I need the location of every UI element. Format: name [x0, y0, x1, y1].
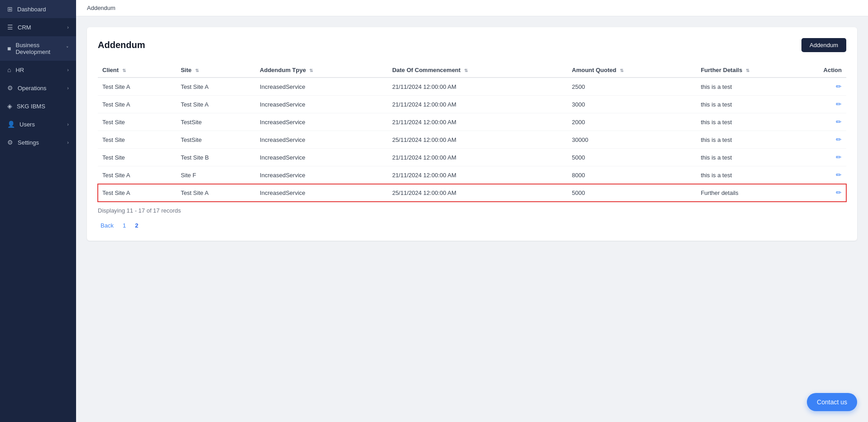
- cell-addendum-type: IncreasedService: [255, 113, 388, 131]
- edit-icon[interactable]: ✏: [836, 153, 842, 161]
- business-dev-icon: ■: [7, 45, 11, 52]
- table-body: Test Site A Test Site A IncreasedService…: [98, 78, 846, 202]
- card-header: Addendum Addendum: [98, 38, 846, 52]
- edit-icon[interactable]: ✏: [836, 171, 842, 179]
- cell-addendum-type: IncreasedService: [255, 96, 388, 113]
- cell-site: Test Site A: [176, 78, 255, 96]
- table-row: Test Site A Test Site A IncreasedService…: [98, 78, 846, 96]
- cell-action: ✏: [819, 78, 846, 96]
- sidebar-item-skg-ibms[interactable]: ◈ SKG IBMS: [0, 97, 76, 115]
- main-content: Addendum Addendum Addendum Client ⇅ Site: [76, 0, 868, 422]
- cell-date: 21/11/2024 12:00:00 AM: [388, 149, 567, 166]
- cell-amount: 30000: [567, 131, 696, 149]
- cell-amount: 2000: [567, 113, 696, 131]
- sidebar-item-label: Operations: [18, 85, 47, 92]
- cell-addendum-type: IncreasedService: [255, 166, 388, 184]
- sidebar-item-label: Users: [19, 121, 35, 128]
- pagination-page-2[interactable]: 2: [132, 221, 141, 230]
- cell-client: Test Site: [98, 113, 176, 131]
- table-header: Client ⇅ Site ⇅ Addendum Tpye ⇅ Date O: [98, 63, 846, 78]
- cell-site: TestSite: [176, 113, 255, 131]
- edit-icon[interactable]: ✏: [836, 100, 842, 108]
- col-site: Site ⇅: [176, 63, 255, 78]
- edit-icon[interactable]: ✏: [836, 189, 842, 196]
- sidebar-item-crm[interactable]: ☰ CRM ›: [0, 18, 76, 36]
- cell-details: this is a test: [696, 113, 819, 131]
- cell-date: 25/11/2024 12:00:00 AM: [388, 131, 567, 149]
- cell-addendum-type: IncreasedService: [255, 131, 388, 149]
- cell-client: Test Site A: [98, 184, 176, 202]
- breadcrumb-title: Addendum: [87, 5, 115, 11]
- addendum-card: Addendum Addendum Client ⇅ Site ⇅: [87, 27, 857, 241]
- cell-site: Site F: [176, 166, 255, 184]
- cell-site: Test Site B: [176, 149, 255, 166]
- sidebar-item-hr[interactable]: ⌂ HR ›: [0, 61, 76, 79]
- chevron-right-icon: ›: [67, 24, 69, 30]
- sort-icon[interactable]: ⇅: [122, 68, 126, 73]
- col-date: Date Of Commencement ⇅: [388, 63, 567, 78]
- cell-client: Test Site A: [98, 166, 176, 184]
- pagination-back[interactable]: Back: [98, 221, 116, 230]
- sidebar-item-label: Settings: [18, 139, 39, 146]
- col-addendum-type: Addendum Tpye ⇅: [255, 63, 388, 78]
- cell-action: ✏: [819, 184, 846, 202]
- content-area: Addendum Addendum Client ⇅ Site ⇅: [76, 16, 868, 422]
- page-title: Addendum: [98, 40, 145, 50]
- pagination-page-1[interactable]: 1: [120, 221, 129, 230]
- cell-details: this is a test: [696, 78, 819, 96]
- cell-details: this is a test: [696, 149, 819, 166]
- sort-icon[interactable]: ⇅: [464, 68, 468, 73]
- sort-icon[interactable]: ⇅: [620, 68, 623, 73]
- cell-client: Test Site: [98, 131, 176, 149]
- addendum-table: Client ⇅ Site ⇅ Addendum Tpye ⇅ Date O: [98, 63, 846, 202]
- cell-site: Test Site A: [176, 184, 255, 202]
- cell-details: this is a test: [696, 166, 819, 184]
- contact-us-button[interactable]: Contact us: [807, 393, 857, 411]
- cell-client: Test Site: [98, 149, 176, 166]
- cell-details: Further details: [696, 184, 819, 202]
- sidebar-item-settings[interactable]: ⚙ Settings ›: [0, 133, 76, 151]
- cell-addendum-type: IncreasedService: [255, 149, 388, 166]
- table-row: Test Site TestSite IncreasedService 21/1…: [98, 113, 846, 131]
- sort-icon[interactable]: ⇅: [746, 68, 749, 73]
- cell-addendum-type: IncreasedService: [255, 78, 388, 96]
- sidebar-item-label: Dashboard: [17, 6, 46, 13]
- users-icon: 👤: [7, 121, 15, 128]
- chevron-right-icon: ›: [67, 85, 69, 91]
- cell-date: 21/11/2024 12:00:00 AM: [388, 96, 567, 113]
- col-action: Action: [819, 63, 846, 78]
- cell-action: ✏: [819, 113, 846, 131]
- sort-icon[interactable]: ⇅: [195, 68, 199, 73]
- pagination: Back 1 2: [98, 221, 846, 230]
- sidebar-item-operations[interactable]: ⚙ Operations ›: [0, 79, 76, 97]
- table-row: Test Site A Site F IncreasedService 21/1…: [98, 166, 846, 184]
- table-row: Test Site A Test Site A IncreasedService…: [98, 184, 846, 202]
- chevron-right-icon: ›: [67, 67, 69, 73]
- cell-date: 21/11/2024 12:00:00 AM: [388, 166, 567, 184]
- edit-icon[interactable]: ✏: [836, 136, 842, 143]
- chevron-right-icon: ›: [67, 140, 69, 145]
- hr-icon: ⌂: [7, 66, 11, 73]
- cell-action: ✏: [819, 131, 846, 149]
- sidebar-item-label: SKG IBMS: [17, 103, 45, 110]
- skg-ibms-icon: ◈: [7, 102, 12, 110]
- cell-amount: 3000: [567, 96, 696, 113]
- cell-details: this is a test: [696, 131, 819, 149]
- cell-site: Test Site A: [176, 96, 255, 113]
- edit-icon[interactable]: ✏: [836, 82, 842, 90]
- topbar: Addendum: [76, 0, 868, 16]
- sidebar-item-business-development[interactable]: ■ Business Development ˅: [0, 36, 76, 61]
- settings-icon: ⚙: [7, 139, 13, 146]
- cell-date: 21/11/2024 12:00:00 AM: [388, 78, 567, 96]
- col-further-details: Further Details ⇅: [696, 63, 819, 78]
- add-addendum-button[interactable]: Addendum: [801, 38, 846, 52]
- cell-site: TestSite: [176, 131, 255, 149]
- sidebar-item-users[interactable]: 👤 Users ›: [0, 115, 76, 133]
- sidebar-item-dashboard[interactable]: ⊞ Dashboard: [0, 0, 76, 18]
- sort-icon[interactable]: ⇅: [309, 68, 313, 73]
- edit-icon[interactable]: ✏: [836, 118, 842, 126]
- chevron-down-icon: ˅: [66, 46, 69, 52]
- table-row: Test Site A Test Site A IncreasedService…: [98, 96, 846, 113]
- cell-action: ✏: [819, 166, 846, 184]
- cell-client: Test Site A: [98, 78, 176, 96]
